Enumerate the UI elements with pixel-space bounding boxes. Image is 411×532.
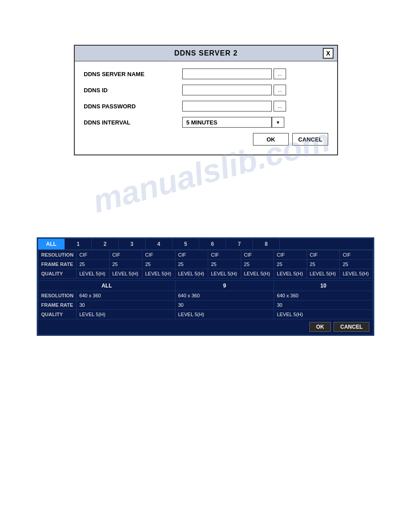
quality-label: QUALITY [39,269,77,279]
ddns-interval-value: 5 MINUTES [182,117,272,128]
ddns-interval-dropdown-button[interactable]: ▼ [272,117,284,128]
ddns-interval-label: DDNS INTERVAL [84,119,182,126]
b-fr-9: 30 [175,300,274,310]
fr-all: 25 [77,260,110,269]
ddns-interval-row: DDNS INTERVAL 5 MINUTES ▼ [84,117,328,128]
b-res-9: 640 x 360 [175,291,274,300]
b-fr-10: 30 [274,300,373,310]
cam-tab-all[interactable]: ALL [38,239,65,249]
ddns-footer: OK CANCEL [84,133,328,146]
ddns-server-name-browse-button[interactable]: ... [274,69,286,79]
b-res-all: 640 x 360 [77,291,176,300]
cam-ok-button[interactable]: OK [309,322,331,332]
b-quality-label: QUALITY [39,310,77,319]
ddns-interval-select-group: 5 MINUTES ▼ [182,117,284,128]
ddns-id-browse-button[interactable]: ... [274,85,286,95]
table-row: RESOLUTION CIF CIF CIF CIF CIF CIF CIF C… [39,250,373,260]
cam-tab-4[interactable]: 4 [146,239,172,249]
res-8: CIF [340,250,373,260]
fr-4: 25 [208,260,241,269]
cam-bottom-table: ALL 9 10 RESOLUTION 640 x 360 640 x 360 … [38,280,373,319]
ddns-id-input[interactable] [182,85,272,95]
cam-table-container: ALL 1 2 3 4 5 6 7 8 RESOLUTION CIF CIF C… [37,237,374,336]
ddns-server-name-row: DDNS SERVER NAME ... [84,69,328,79]
q-2: LEVEL 5(H) [142,269,176,279]
b-res-10: 640 x 360 [274,291,373,300]
res-1: CIF [109,250,142,260]
table-row: QUALITY LEVEL 5(H) LEVEL 5(H) LEVEL 5(H) [39,310,373,319]
ddns-server-name-input[interactable] [182,69,272,79]
cam-footer: OK CANCEL [38,319,373,335]
q-3: LEVEL 5(H) [175,269,208,279]
ddns-cancel-button[interactable]: CANCEL [292,133,328,146]
ddns-password-input-group: ... [182,101,286,112]
q-5: LEVEL 5(H) [241,269,274,279]
table-row: ALL 9 10 [39,281,373,291]
q-7: LEVEL 5(H) [307,269,340,279]
res-2: CIF [142,250,176,260]
fr-3: 25 [175,260,208,269]
ddns-id-row: DDNS ID ... [84,85,328,95]
cam-tabs: ALL 1 2 3 4 5 6 7 8 [38,239,373,250]
ddns-password-input[interactable] [182,101,272,112]
cam-tab-1[interactable]: 1 [65,239,92,249]
ddns-title-bar: DDNS SERVER 2 X [75,46,337,61]
bottom-10-header: 10 [274,281,373,291]
table-row: FRAME RATE 30 30 30 [39,300,373,310]
ddns-server-name-input-group: ... [182,69,286,79]
ddns-password-row: DDNS PASSWORD ... [84,101,328,112]
b-q-10: LEVEL 5(H) [274,310,373,319]
fr-7: 25 [307,260,340,269]
cam-top-table: RESOLUTION CIF CIF CIF CIF CIF CIF CIF C… [38,250,373,279]
ddns-password-browse-button[interactable]: ... [274,101,286,112]
fr-8: 25 [340,260,373,269]
q-1: LEVEL 5(H) [109,269,142,279]
cam-tab-6[interactable]: 6 [199,239,226,249]
b-q-all: LEVEL 5(H) [77,310,176,319]
ddns-password-label: DDNS PASSWORD [84,103,182,110]
cam-tab-8[interactable]: 8 [253,239,280,249]
q-4: LEVEL 5(H) [208,269,241,279]
res-all: CIF [77,250,110,260]
res-4: CIF [208,250,241,260]
ddns-close-button[interactable]: X [323,48,334,59]
table-row: RESOLUTION 640 x 360 640 x 360 640 x 360 [39,291,373,300]
fr-1: 25 [109,260,142,269]
cam-tab-3[interactable]: 3 [119,239,146,249]
table-row: FRAME RATE 25 25 25 25 25 25 25 25 25 [39,260,373,269]
ddns-title: DDNS SERVER 2 [174,49,238,57]
ddns-server-name-label: DDNS SERVER NAME [84,71,182,77]
fr-2: 25 [142,260,176,269]
ddns-ok-button[interactable]: OK [253,133,289,146]
cam-tab-7[interactable]: 7 [226,239,253,249]
b-frame-rate-label: FRAME RATE [39,300,77,310]
bottom-all-header: ALL [39,281,176,291]
q-6: LEVEL 5(H) [274,269,307,279]
cam-tab-5[interactable]: 5 [172,239,199,249]
bottom-9-header: 9 [175,281,274,291]
ddns-id-input-group: ... [182,85,286,95]
b-q-9: LEVEL 5(H) [175,310,274,319]
frame-rate-label: FRAME RATE [39,260,77,269]
q-8: LEVEL 5(H) [340,269,373,279]
b-resolution-label: RESOLUTION [39,291,77,300]
cam-tab-2[interactable]: 2 [92,239,119,249]
cam-cancel-button[interactable]: CANCEL [334,322,369,332]
resolution-label: RESOLUTION [39,250,77,260]
res-5: CIF [241,250,274,260]
ddns-dialog: DDNS SERVER 2 X DDNS SERVER NAME ... DDN… [74,45,338,155]
fr-5: 25 [241,260,274,269]
q-all: LEVEL 5(H) [77,269,110,279]
ddns-id-label: DDNS ID [84,87,182,94]
table-row: QUALITY LEVEL 5(H) LEVEL 5(H) LEVEL 5(H)… [39,269,373,279]
b-fr-all: 30 [77,300,176,310]
res-6: CIF [274,250,307,260]
res-7: CIF [307,250,340,260]
ddns-body: DDNS SERVER NAME ... DDNS ID ... DDNS PA… [75,61,337,154]
res-3: CIF [175,250,208,260]
fr-6: 25 [274,260,307,269]
